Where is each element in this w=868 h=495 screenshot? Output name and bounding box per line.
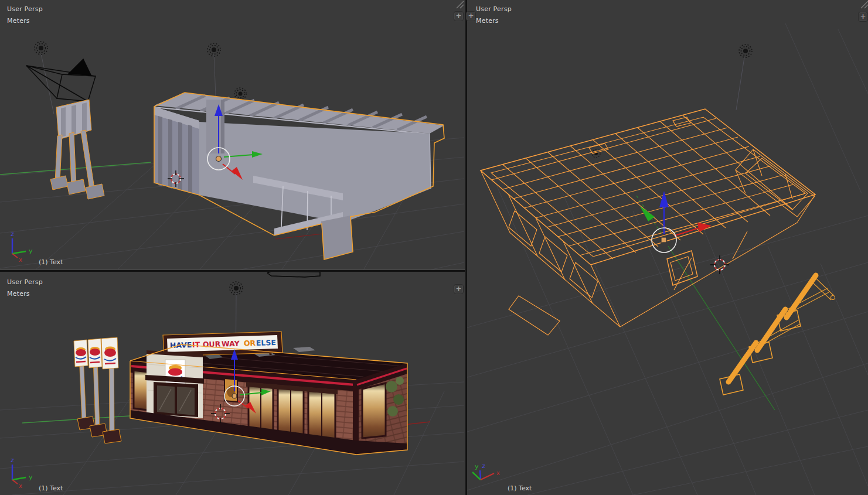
sign-posts-object[interactable] — [50, 100, 104, 199]
axis-mini-gizmo: z y x — [11, 230, 33, 263]
viewport-divider-vertical[interactable] — [465, 0, 467, 495]
billboard-word: WAY — [222, 339, 240, 349]
bk-pole-signs[interactable] — [74, 337, 121, 443]
pole-signs-wireframe[interactable] — [720, 275, 835, 395]
translate-gizmo[interactable] — [640, 191, 712, 252]
active-object-label: (1) Text — [508, 484, 532, 492]
units-label: Meters — [7, 17, 30, 25]
viewport-right[interactable]: y z x User Persp Meters (1) Text — [467, 0, 868, 495]
camera-object[interactable] — [26, 59, 96, 101]
units-label: Meters — [7, 290, 30, 298]
viewport-divider-horizontal[interactable] — [0, 269, 465, 272]
billboard-word: OR — [244, 339, 256, 348]
units-label: Meters — [476, 17, 499, 25]
axis-z-label: z — [11, 230, 14, 238]
gizmo-z-arrow[interactable] — [659, 191, 669, 207]
axis-y-label: y — [29, 473, 33, 481]
axis-z-label: z — [11, 456, 14, 464]
axis-y-label: y — [29, 247, 33, 255]
lamp-object[interactable] — [736, 45, 752, 110]
axis-x-label: x — [19, 257, 22, 263]
active-object-label: (1) Text — [39, 484, 63, 492]
entrance-tower — [145, 350, 204, 418]
add-region-button[interactable]: + — [466, 11, 476, 21]
scene-textured-view[interactable]: HAVE IT OUR WAY OR ELSE — [0, 271, 465, 495]
corner-split-widget[interactable] — [861, 1, 868, 8]
scene-wireframe-view[interactable]: y z x — [467, 0, 868, 495]
restaurant-building-solid[interactable] — [154, 93, 444, 260]
corner-split-widget[interactable] — [457, 1, 464, 8]
cursor-3d[interactable] — [710, 255, 729, 274]
view-name-label: User Persp — [7, 5, 43, 13]
axis-z-label: z — [482, 462, 485, 470]
viewport-top-left[interactable]: z y x User Persp Meters (1) Text — [0, 0, 465, 270]
active-object-label: (1) Text — [39, 258, 63, 266]
billboard-word: IT — [192, 340, 200, 349]
lamp-object[interactable] — [234, 88, 246, 100]
axis-y-label: y — [475, 463, 479, 470]
billboard-word: ELSE — [256, 338, 276, 347]
add-region-button[interactable]: + — [454, 284, 464, 294]
x-axis-line — [275, 233, 328, 239]
add-region-button[interactable]: + — [858, 12, 868, 22]
view-name-label: User Persp — [7, 278, 43, 286]
blender-multi-viewport: { "viewports": { "top_left": { "view_lab… — [0, 0, 868, 495]
axis-mini-gizmo: y z x — [472, 462, 500, 480]
scene-solid-view[interactable]: z y x — [0, 0, 465, 270]
axis-mini-gizmo: z y x — [11, 456, 33, 489]
viewport-bottom-left[interactable]: HAVE IT OUR WAY OR ELSE — [0, 271, 465, 495]
restaurant-building-textured[interactable]: HAVE IT OUR WAY OR ELSE — [130, 332, 407, 455]
axis-x-label: x — [19, 483, 22, 489]
restaurant-building-wireframe[interactable] — [481, 109, 815, 335]
view-name-label: User Persp — [476, 5, 512, 13]
wire-object-edge — [267, 271, 320, 277]
axis-x-label: x — [496, 470, 500, 476]
add-region-button[interactable]: + — [454, 11, 464, 21]
